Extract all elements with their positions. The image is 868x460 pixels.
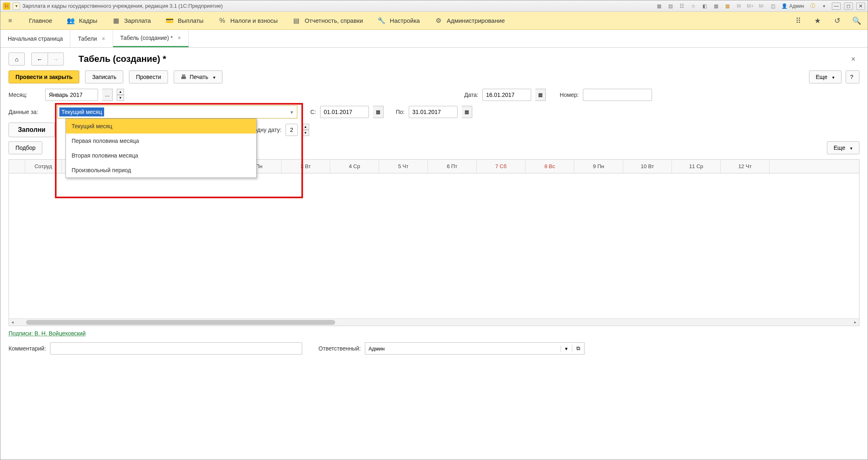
scroll-left-icon[interactable]: ◂ (9, 320, 16, 325)
table-column-header[interactable]: 12 Чт (721, 160, 770, 173)
table-column-header[interactable] (9, 160, 25, 173)
comment-input[interactable] (50, 342, 302, 355)
calendar-icon[interactable]: ▦ (462, 106, 472, 118)
chevron-down-icon (212, 74, 216, 80)
tab-tabeli[interactable]: Табели× (70, 30, 113, 47)
star-icon[interactable]: ★ (812, 15, 823, 26)
nav-item-admin[interactable]: ⚙Администрирование (434, 17, 505, 25)
onedate-input[interactable] (286, 124, 298, 136)
table-column-header[interactable]: 4 Ср (330, 160, 379, 173)
horizontal-scrollbar[interactable]: ◂ ▸ (9, 318, 859, 326)
table-column-header[interactable]: 5 Чт (379, 160, 428, 173)
nav-item-kadry[interactable]: 👥Кадры (67, 17, 97, 25)
tab-close-icon[interactable]: × (178, 35, 181, 41)
tab-close-icon[interactable]: × (102, 35, 105, 42)
nav-item-salary[interactable]: ▦Зарплата (112, 17, 151, 25)
tool-icon[interactable]: ▦ (723, 2, 732, 10)
fill-button[interactable]: Заполни (9, 123, 55, 137)
nav-item-settings[interactable]: 🔧Настройка (377, 17, 420, 25)
user-badge[interactable]: 👤 Админ (780, 3, 806, 9)
apps-icon[interactable]: ⠿ (793, 15, 803, 26)
data-for-combo[interactable]: Текущий месяц ▾ Текущий месяц Первая пол… (57, 105, 297, 118)
calendar-icon[interactable]: ▦ (711, 2, 720, 10)
dropdown-icon[interactable]: ▾ (820, 2, 829, 10)
month-select-button[interactable]: … (102, 89, 113, 101)
percent-icon: % (218, 17, 226, 25)
forward-button[interactable]: → (48, 53, 64, 66)
more-button[interactable]: Еще (809, 70, 842, 83)
search-icon[interactable]: 🔍 (851, 15, 862, 26)
timesheet-table: СотрудВс2 Пн3 Вт4 Ср5 Чт6 Пт7 Сб8 Вс9 Пн… (9, 159, 859, 326)
calendar-icon[interactable]: ▦ (373, 106, 384, 118)
history-icon[interactable]: ↺ (832, 15, 842, 26)
from-date-input[interactable] (320, 106, 369, 118)
table-column-header[interactable]: Сотруд (25, 160, 62, 173)
nav-item-payments[interactable]: 💳Выплаты (166, 17, 203, 25)
scroll-thumb[interactable] (26, 320, 335, 325)
minimize-button[interactable]: — (832, 2, 841, 10)
table-column-header[interactable]: 8 Вс (526, 160, 574, 173)
tab-tabel-create[interactable]: Табель (создание) *× (113, 30, 189, 47)
nav-label: Настройка (390, 17, 420, 24)
home-button[interactable]: ⌂ (9, 53, 25, 66)
tool-icon[interactable]: ☷ (677, 2, 686, 10)
printer-icon: 🖶 (181, 74, 186, 80)
menu-icon: ≡ (6, 17, 14, 25)
table-column-header[interactable]: 6 Пт (428, 160, 477, 173)
chevron-down-icon[interactable]: ▾ (286, 109, 297, 115)
comment-label: Комментарий: (9, 345, 46, 352)
maximize-button[interactable]: ◻ (844, 2, 853, 10)
app-icon: 1c (3, 2, 10, 10)
tab-start-page[interactable]: Начальная страница (0, 30, 70, 47)
memory-mminus[interactable]: M- (757, 2, 766, 10)
dropdown-option[interactable]: Первая половина месяца (66, 134, 256, 148)
write-button[interactable]: Записать (85, 70, 123, 83)
back-button[interactable]: ← (31, 53, 48, 66)
table-column-header[interactable]: 3 Вт (281, 160, 330, 173)
nav-label: Отчетность, справки (305, 17, 363, 24)
nav-item-taxes[interactable]: %Налоги и взносы (218, 17, 278, 25)
post-button[interactable]: Провести (129, 70, 168, 83)
favorite-icon[interactable]: ☆ (689, 2, 698, 10)
responsible-combo[interactable]: Админ ▾ ⧉ (365, 342, 584, 355)
dropdown-option[interactable]: Текущий месяц (66, 119, 256, 134)
dropdown-option[interactable]: Произвольный период (66, 163, 256, 177)
nav-item-main[interactable]: Главное (29, 17, 52, 24)
memory-mplus[interactable]: M+ (746, 2, 755, 10)
button-label: ? (850, 74, 853, 80)
month-spinner[interactable]: ▲▼ (117, 89, 124, 101)
date-input[interactable] (482, 89, 531, 101)
memory-m[interactable]: M (734, 2, 743, 10)
number-input[interactable] (583, 89, 652, 101)
print-button[interactable]: 🖶Печать (174, 70, 222, 83)
close-button[interactable]: ✕ (856, 2, 865, 10)
onedate-spinner[interactable]: ▲▼ (302, 124, 309, 136)
pick-button[interactable]: Подбор (9, 141, 42, 154)
nav-label: Налоги и взносы (230, 17, 278, 24)
tool-icon[interactable]: ▤ (666, 2, 675, 10)
panel-icon[interactable]: ◫ (768, 2, 777, 10)
help-button[interactable]: ? (846, 70, 859, 83)
chevron-down-icon[interactable]: ▾ (560, 346, 572, 352)
nav-item-reports[interactable]: ▤Отчетность, справки (292, 17, 363, 25)
info-icon[interactable]: ⓘ (808, 2, 817, 10)
table-more-button[interactable]: Еще (827, 141, 860, 154)
calendar-icon[interactable]: ▦ (535, 89, 546, 101)
table-column-header[interactable]: 11 Ср (672, 160, 721, 173)
signatures-link[interactable]: Подписи: В. Н. Войцеховский (9, 330, 86, 337)
wrench-icon: 🔧 (377, 17, 386, 25)
page-close-button[interactable]: × (847, 53, 859, 65)
month-input[interactable] (45, 89, 98, 101)
tool-icon[interactable]: ◧ (700, 2, 709, 10)
scroll-right-icon[interactable]: ▸ (852, 320, 859, 325)
table-column-header[interactable]: 10 Вт (623, 160, 672, 173)
post-and-close-button[interactable]: Провести и закрыть (9, 70, 79, 83)
nav-burger[interactable]: ≡ (6, 17, 14, 25)
open-icon[interactable]: ⧉ (572, 345, 584, 352)
table-column-header[interactable]: 7 Сб (477, 160, 526, 173)
to-date-input[interactable] (409, 106, 458, 118)
tool-icon[interactable]: ▦ (654, 2, 663, 10)
titlebar-dropdown[interactable]: ▾ (13, 2, 20, 10)
table-column-header[interactable]: 9 Пн (574, 160, 623, 173)
dropdown-option[interactable]: Вторая половина месяца (66, 148, 256, 163)
